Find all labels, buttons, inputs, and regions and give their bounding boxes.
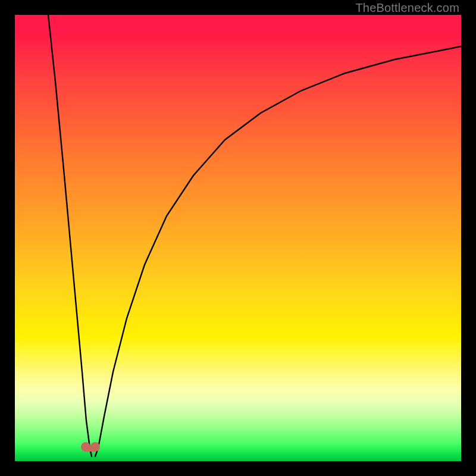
attribution-text: TheBottleneck.com: [355, 1, 459, 15]
optimum-marker: [81, 439, 100, 452]
plot-area: [15, 15, 461, 461]
bottleneck-curve: [15, 15, 461, 461]
curve-left-branch: [48, 15, 92, 456]
marker-bridge: [84, 446, 96, 452]
chart-frame: TheBottleneck.com: [0, 0, 476, 476]
curve-right-branch: [95, 46, 461, 456]
